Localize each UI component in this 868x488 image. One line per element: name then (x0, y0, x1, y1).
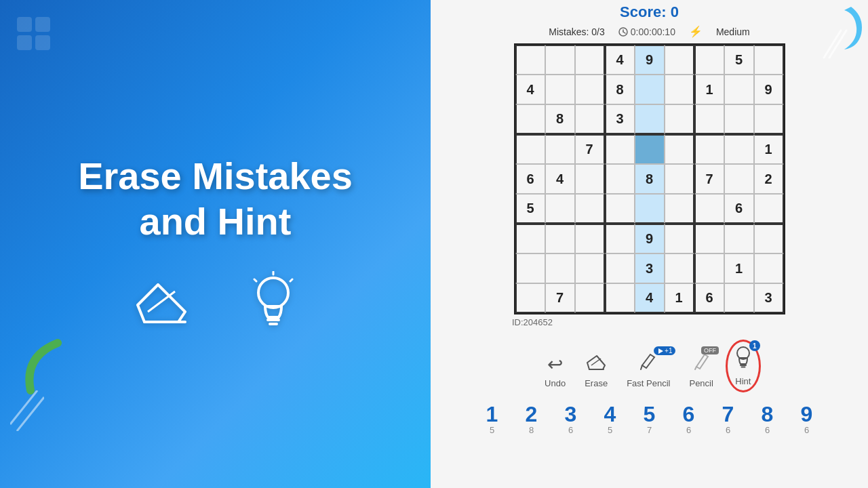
cell-r8-c8[interactable]: 3 (754, 283, 784, 313)
cell-r1-c2[interactable] (575, 75, 605, 104)
cell-r8-c0[interactable] (515, 283, 545, 313)
cell-r6-c0[interactable] (515, 224, 545, 253)
cell-r1-c8[interactable]: 9 (754, 75, 784, 104)
num-digit-2: 2 (526, 403, 538, 425)
cell-r4-c4[interactable]: 8 (635, 164, 665, 194)
svg-line-13 (254, 279, 256, 281)
cell-r0-c6[interactable] (694, 45, 724, 75)
cell-r5-c7[interactable]: 6 (724, 194, 754, 224)
cell-r5-c6[interactable] (694, 194, 724, 224)
cell-r8-c4[interactable]: 4 (635, 283, 665, 313)
cell-r6-c7[interactable] (724, 224, 754, 253)
cell-r6-c6[interactable] (694, 224, 724, 253)
cell-r8-c3[interactable] (605, 283, 635, 313)
deco-white-lines (10, 390, 44, 434)
cell-r2-c0[interactable] (515, 104, 545, 134)
cell-r1-c7[interactable] (724, 75, 754, 104)
cell-r3-c5[interactable] (665, 134, 694, 164)
cell-r1-c4[interactable] (635, 75, 665, 104)
cell-r7-c6[interactable] (694, 253, 724, 283)
cell-r6-c2[interactable] (575, 224, 605, 253)
cell-r6-c8[interactable] (754, 224, 784, 253)
cell-r3-c4[interactable] (635, 134, 665, 164)
cell-r3-c8[interactable]: 1 (754, 134, 784, 164)
cell-r3-c7[interactable] (724, 134, 754, 164)
cell-r0-c2[interactable] (575, 45, 605, 75)
cell-r2-c4[interactable] (635, 104, 665, 134)
cell-r3-c3[interactable] (605, 134, 635, 164)
cell-r3-c0[interactable] (515, 134, 545, 164)
cell-r1-c3[interactable]: 8 (605, 75, 635, 104)
cell-r3-c2[interactable]: 7 (575, 134, 605, 164)
num-button-5[interactable]: 57 (632, 403, 667, 435)
fast-pencil-button[interactable]: +1 Fast Pencil (620, 346, 677, 392)
cell-r4-c6[interactable]: 7 (694, 164, 724, 194)
cell-r4-c7[interactable] (724, 164, 754, 194)
cell-r7-c0[interactable] (515, 253, 545, 283)
cell-r1-c0[interactable]: 4 (515, 75, 545, 104)
cell-r6-c1[interactable] (545, 224, 575, 253)
num-button-3[interactable]: 36 (553, 403, 589, 435)
cell-r5-c1[interactable] (545, 194, 575, 224)
cell-r8-c7[interactable] (724, 283, 754, 313)
cell-r5-c4[interactable] (635, 194, 665, 224)
num-button-9[interactable]: 96 (789, 403, 825, 435)
num-button-4[interactable]: 45 (593, 403, 628, 435)
cell-r0-c8[interactable] (754, 45, 784, 75)
erase-button[interactable]: Erase (578, 349, 614, 392)
cell-r1-c5[interactable] (665, 75, 694, 104)
num-button-6[interactable]: 66 (671, 403, 707, 435)
cell-r4-c0[interactable]: 6 (515, 164, 545, 194)
cell-r2-c7[interactable] (724, 104, 754, 134)
cell-r8-c6[interactable]: 6 (694, 283, 724, 313)
cell-r0-c1[interactable] (545, 45, 575, 75)
cell-r4-c3[interactable] (605, 164, 635, 194)
num-button-1[interactable]: 15 (475, 403, 510, 435)
cell-r7-c5[interactable] (665, 253, 694, 283)
num-button-7[interactable]: 76 (711, 403, 746, 435)
undo-button[interactable]: ↩ Undo (538, 349, 572, 392)
cell-r0-c7[interactable]: 5 (724, 45, 754, 75)
cell-r4-c2[interactable] (575, 164, 605, 194)
cell-r0-c5[interactable] (665, 45, 694, 75)
cell-r7-c7[interactable]: 1 (724, 253, 754, 283)
cell-r5-c2[interactable] (575, 194, 605, 224)
cell-r7-c2[interactable] (575, 253, 605, 283)
cell-r7-c3[interactable] (605, 253, 635, 283)
cell-r6-c5[interactable] (665, 224, 694, 253)
cell-r5-c5[interactable] (665, 194, 694, 224)
cell-r0-c4[interactable]: 9 (635, 45, 665, 75)
cell-r6-c3[interactable] (605, 224, 635, 253)
cell-r4-c5[interactable] (665, 164, 694, 194)
cell-r8-c5[interactable]: 1 (665, 283, 694, 313)
sudoku-grid[interactable]: 49548198371648725693174163 (514, 43, 785, 314)
cell-r2-c8[interactable] (754, 104, 784, 134)
num-button-2[interactable]: 28 (514, 403, 549, 435)
cell-r3-c1[interactable] (545, 134, 575, 164)
cell-r6-c4[interactable]: 9 (635, 224, 665, 253)
cell-r0-c3[interactable]: 4 (605, 45, 635, 75)
cell-r0-c0[interactable] (515, 45, 545, 75)
cell-r2-c5[interactable] (665, 104, 694, 134)
cell-r7-c4[interactable]: 3 (635, 253, 665, 283)
cell-r5-c8[interactable] (754, 194, 784, 224)
hint-button[interactable]: 1 Hint (726, 340, 761, 392)
cell-r2-c6[interactable] (694, 104, 724, 134)
cell-r1-c6[interactable]: 1 (694, 75, 724, 104)
cell-r5-c3[interactable] (605, 194, 635, 224)
pencil-button[interactable]: OFF Pencil (682, 346, 719, 392)
cell-r5-c0[interactable]: 5 (515, 194, 545, 224)
cell-r2-c2[interactable] (575, 104, 605, 134)
cell-r8-c2[interactable] (575, 283, 605, 313)
num-button-8[interactable]: 86 (750, 403, 785, 435)
cell-r2-c3[interactable]: 3 (605, 104, 635, 134)
cell-r7-c8[interactable] (754, 253, 784, 283)
cell-r4-c1[interactable]: 4 (545, 164, 575, 194)
cell-r8-c1[interactable]: 7 (545, 283, 575, 313)
cell-r4-c8[interactable]: 2 (754, 164, 784, 194)
cell-r1-c1[interactable] (545, 75, 575, 104)
cell-r2-c1[interactable]: 8 (545, 104, 575, 134)
cell-r7-c1[interactable] (545, 253, 575, 283)
cell-r3-c6[interactable] (694, 134, 724, 164)
svg-line-4 (10, 390, 37, 424)
